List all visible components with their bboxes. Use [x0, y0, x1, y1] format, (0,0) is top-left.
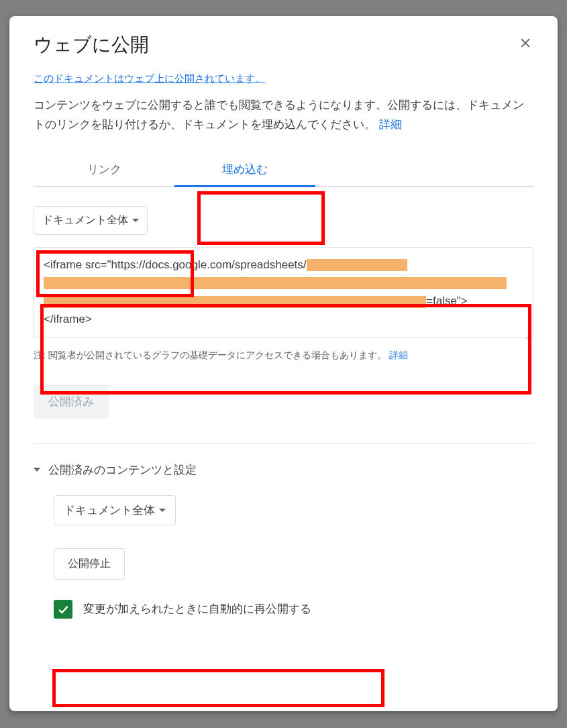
published-button: 公開済み — [34, 384, 109, 419]
footnote: 注: 閲覧者が公開されているグラフの基礎データにアクセスできる場合もあります。 … — [34, 350, 533, 362]
auto-republish-label: 変更が加えられたときに自動的に再公開する — [83, 601, 311, 617]
embed-code-line-3: =false"> — [44, 292, 523, 310]
settings-header-label: 公開済みのコンテンツと設定 — [48, 462, 197, 478]
embed-code-line-1: <iframe src="https://docs.google.com/spr… — [44, 256, 523, 274]
embed-code-suffix: =false"> — [426, 295, 468, 307]
settings-body: ドキュメント全体 公開停止 変更が加えられたときに自動的に再公開する — [34, 495, 533, 619]
footnote-learn-more-link[interactable]: 詳細 — [389, 350, 408, 360]
description-learn-more-link[interactable]: 詳細 — [379, 118, 402, 131]
embed-code-prefix: <iframe src="https://docs.google.com/spr… — [44, 258, 307, 271]
close-icon — [518, 36, 533, 50]
divider — [34, 443, 533, 444]
scope-dropdown[interactable]: ドキュメント全体 — [34, 206, 148, 235]
dialog-title: ウェブに公開 — [34, 32, 149, 58]
embed-code-closing: </iframe> — [44, 310, 523, 328]
resize-handle-icon[interactable] — [522, 326, 531, 335]
highlight-embed-tab — [197, 191, 325, 245]
dialog-description: コンテンツをウェブに公開すると誰でも閲覧できるようになります。公開するには、ドキ… — [34, 96, 533, 135]
chevron-down-icon — [132, 219, 139, 222]
published-notice-link[interactable]: このドキュメントはウェブ上に公開されています。 — [34, 72, 533, 85]
embed-code-textarea[interactable]: <iframe src="https://docs.google.com/spr… — [34, 247, 533, 337]
publish-to-web-dialog: ウェブに公開 このドキュメントはウェブ上に公開されています。 コンテンツをウェブ… — [9, 16, 558, 711]
redacted-segment — [307, 259, 407, 271]
auto-republish-checkbox[interactable] — [54, 600, 72, 619]
settings-header[interactable]: 公開済みのコンテンツと設定 — [34, 462, 533, 478]
tab-bar: リンク 埋め込む — [34, 152, 533, 187]
chevron-down-icon — [34, 468, 40, 472]
footnote-text: 注: 閲覧者が公開されているグラフの基礎データにアクセスできる場合もあります。 — [34, 350, 386, 360]
dialog-header: ウェブに公開 — [34, 32, 533, 58]
close-button[interactable] — [512, 30, 539, 56]
tab-link[interactable]: リンク — [34, 152, 174, 187]
chevron-down-icon — [159, 509, 166, 512]
settings-scope-label: ドキュメント全体 — [64, 503, 155, 518]
stop-publishing-button[interactable]: 公開停止 — [54, 548, 125, 580]
highlight-auto-republish — [52, 669, 384, 707]
tab-embed[interactable]: 埋め込む — [174, 152, 315, 187]
description-text: コンテンツをウェブに公開すると誰でも閲覧できるようになります。公開するには、ドキ… — [34, 99, 524, 131]
scope-dropdown-label: ドキュメント全体 — [42, 213, 128, 227]
embed-code-line-2 — [44, 274, 523, 292]
auto-republish-row[interactable]: 変更が加えられたときに自動的に再公開する — [54, 600, 533, 619]
redacted-segment — [44, 277, 507, 289]
settings-scope-dropdown[interactable]: ドキュメント全体 — [54, 495, 176, 525]
check-icon — [56, 603, 70, 616]
redacted-segment — [44, 296, 426, 308]
